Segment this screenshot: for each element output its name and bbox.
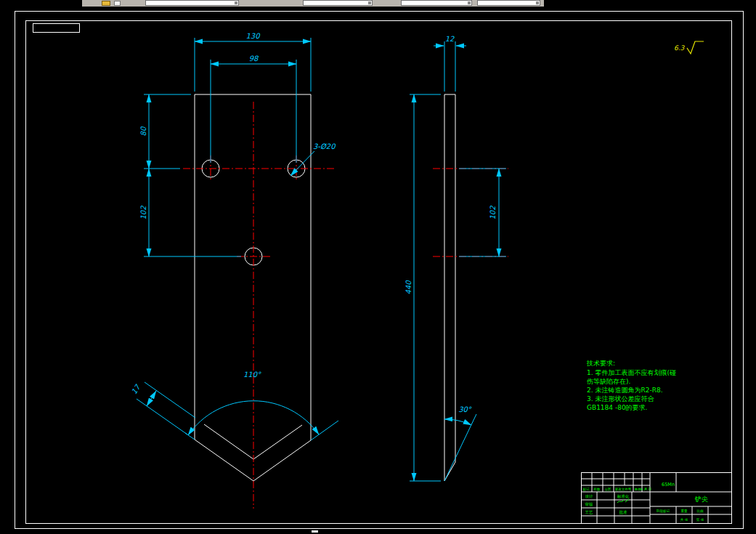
layer-combobox[interactable] xyxy=(145,0,239,6)
approve-label: 批准 xyxy=(619,510,628,515)
standard-label: 标准化 xyxy=(617,494,630,499)
drawing-frame xyxy=(15,12,744,529)
total-sheets-label: 共 张 xyxy=(680,518,688,522)
tech-req-title: 技术要求: xyxy=(586,360,615,367)
color-combobox[interactable] xyxy=(303,0,373,6)
design-label: 设计 xyxy=(585,494,594,498)
surface-roughness: 6.3 xyxy=(674,41,704,54)
sheet-no-label: 第 张 xyxy=(696,518,704,522)
rev-header: 更改文件号 xyxy=(615,487,632,491)
centerlines xyxy=(183,102,508,509)
roughness-check-icon xyxy=(687,41,704,54)
new-file-icon[interactable] xyxy=(114,1,121,6)
rev-header: 标记 xyxy=(582,487,590,492)
tech-req-line: GB1184 -80的要求. xyxy=(587,404,647,411)
bottom-edge-mark xyxy=(312,530,318,533)
dim-98: 98 xyxy=(249,54,259,62)
tech-req-line: 1. 零件加工表面不应有划痕(碰 xyxy=(587,369,676,376)
title-block: 65Mn 铲尖 标记 处数 分区 更改文件号 签名 年.月.日 设计 标准化 审… xyxy=(581,472,732,524)
holes-callout: 3-Ø20 xyxy=(313,142,336,150)
tech-req-line: 3. 未注形状公差应符合 xyxy=(587,395,654,402)
dim-110deg: 110° xyxy=(243,371,261,379)
lineweight-combobox[interactable] xyxy=(477,0,540,6)
open-folder-icon[interactable] xyxy=(102,1,110,6)
dim-102-front: 102 xyxy=(139,206,147,220)
dim-130: 130 xyxy=(245,32,261,40)
process-label: 工艺 xyxy=(585,510,594,514)
stage-label: 阶段标记 xyxy=(657,509,670,514)
rev-header: 分区 xyxy=(605,487,612,491)
rev-header: 处数 xyxy=(594,487,601,491)
tech-req-line: 伤等缺陷存在). xyxy=(586,378,630,385)
front-view xyxy=(195,94,311,481)
scale-label: 比例 xyxy=(697,509,704,514)
dim-80: 80 xyxy=(139,126,147,136)
dim-440: 440 xyxy=(405,280,412,295)
dim-30deg: 30° xyxy=(458,405,472,413)
linetype-combobox[interactable] xyxy=(401,0,472,6)
dimension-texts: 130 98 80 102 3-Ø20 110° 17 12 440 102 3… xyxy=(130,32,497,413)
roughness-value: 6.3 xyxy=(674,44,686,52)
dimension-extension-lines xyxy=(137,38,506,481)
weight-label: 重量 xyxy=(681,509,688,513)
side-view xyxy=(444,94,455,481)
rev-header: 年.月.日 xyxy=(640,488,651,491)
dim-12: 12 xyxy=(445,35,455,43)
cad-canvas[interactable]: 130 98 80 102 3-Ø20 110° 17 12 440 102 3… xyxy=(0,0,756,534)
tech-requirements: 技术要求: 1. 零件加工表面不应有划痕(碰 伤等缺陷存在). 2. 未注铸造圆… xyxy=(586,360,676,411)
toolbar xyxy=(0,0,756,7)
tech-req-line: 2. 未注铸造圆角为R2-R8. xyxy=(587,387,663,394)
material-text: 65Mn xyxy=(662,482,675,488)
dimension-lines xyxy=(147,41,499,481)
check-label: 审核 xyxy=(585,502,594,506)
part-name: 铲尖 xyxy=(694,495,708,503)
dim-17: 17 xyxy=(130,382,142,395)
dim-102-side: 102 xyxy=(489,206,497,220)
